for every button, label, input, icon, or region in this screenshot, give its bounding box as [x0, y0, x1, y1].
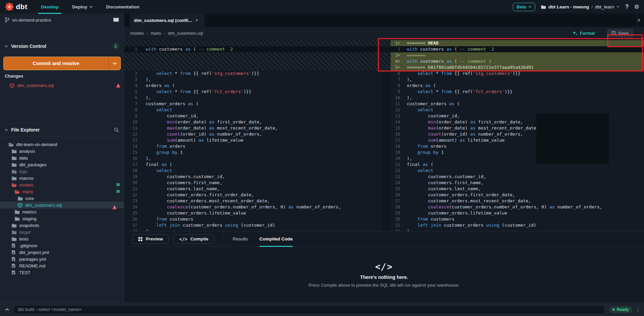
code-line: 7),: [391, 77, 644, 83]
tab-compiled-code[interactable]: Compiled Code: [259, 231, 293, 247]
save-button[interactable]: Save: [607, 29, 633, 38]
code-line: 25 customers.last_name,: [391, 186, 644, 192]
code-line: 31 left join customer_orders using (cust…: [391, 222, 644, 228]
tree-item-staging[interactable]: staging: [0, 215, 124, 222]
file-icon: [11, 270, 17, 275]
chevron-down-icon: [528, 6, 532, 8]
nav-develop[interactable]: Develop: [41, 4, 59, 9]
ready-label: Ready: [617, 307, 629, 312]
code-line: 11customer_orders as (: [391, 101, 644, 107]
environment-name: dbt_learn: [595, 4, 614, 9]
code-line: 13 sum(amount) as lifetime_value: [124, 137, 382, 143]
model-cube-icon: [9, 83, 15, 88]
help-icon[interactable]: ?: [625, 3, 628, 10]
empty-state-subtitle: Press Compile above to preview the SQL d…: [308, 283, 459, 288]
tree-item-analysis[interactable]: analysis: [0, 148, 124, 154]
code-line: 9 select * from {{ ref('fct_orders')}}: [391, 89, 644, 95]
tree-item-metrics[interactable]: metrics: [0, 208, 124, 215]
tree-item-core[interactable]: core: [0, 195, 124, 202]
file-icon: [11, 263, 17, 268]
search-icon[interactable]: [114, 127, 119, 133]
compile-button[interactable]: </> Compile: [173, 234, 214, 244]
tree-item-test[interactable]: TEST: [0, 269, 124, 276]
chevron-down-icon: [89, 6, 93, 8]
dbt-command-input[interactable]: [13, 305, 605, 314]
expand-command-bar-icon[interactable]: [3, 306, 11, 313]
editor-pane-working[interactable]: 1with customers as ( -- comment 22 selec…: [124, 39, 382, 231]
git-branch-icon: [5, 17, 9, 23]
file-explorer-header[interactable]: File Explorer: [0, 123, 124, 137]
tree-item-label: README.md: [19, 263, 45, 268]
modified-badge: M: [116, 189, 120, 194]
tree-item-label: marts: [22, 189, 33, 194]
tree-item-label: core: [25, 196, 34, 201]
code-line: 21 customers.last_name,: [124, 186, 382, 192]
code-icon: </>: [179, 236, 187, 242]
format-button[interactable]: Format: [572, 31, 595, 36]
tree-item-label: metrics: [22, 209, 36, 214]
nav-documentation[interactable]: Documentation: [106, 4, 139, 9]
tree-item-marts[interactable]: martsM: [0, 188, 124, 195]
tree-item-dbt-packages[interactable]: dbt_packages: [0, 161, 124, 168]
tab-dim-customers[interactable]: dim_customers.sql (confli... ×: [130, 13, 205, 27]
code-line: 25 customer_orders.lifetime_value: [124, 210, 382, 216]
chevron-down-icon: [113, 62, 117, 65]
tree-item-tests[interactable]: tests: [0, 235, 124, 242]
tree-item-dbt-learn-on-demand[interactable]: dbt-learn-on-demand: [0, 141, 124, 148]
code-line: 24 coalesce(customer_orders.number_of_or…: [124, 204, 382, 210]
tree-item-target[interactable]: target: [0, 229, 124, 235]
tree-item-label: staging: [22, 216, 36, 221]
tab-title: dim_customers.sql (confli...: [134, 18, 192, 23]
tree-item-models[interactable]: modelsM: [0, 181, 124, 188]
tree-item-dim-customers-sql[interactable]: dim_customers.sql: [0, 202, 124, 208]
command-bar: Ready ⋮: [0, 303, 644, 316]
tree-item-logs[interactable]: logs: [0, 168, 124, 175]
code-line: 6 select * from {{ ref('stg_customers')}…: [391, 70, 644, 77]
gear-icon[interactable]: ⚙: [634, 3, 639, 10]
breadcrumb-marts[interactable]: marts: [150, 31, 161, 36]
tree-item-label: dbt_project.yml: [19, 250, 49, 255]
tab-close-icon[interactable]: ×: [195, 18, 198, 23]
save-label: Save: [618, 31, 628, 36]
tab-results[interactable]: Results: [233, 231, 248, 247]
tree-item-snapshots[interactable]: snapshots: [0, 222, 124, 229]
changed-file-row[interactable]: dim_customers.sql: [9, 82, 121, 89]
branch-row[interactable]: on-demand-practice: [0, 13, 124, 27]
commit-dropdown-toggle[interactable]: [108, 57, 120, 70]
project-selector[interactable]: dbt Learn - mwong / dbt_learn: [541, 4, 620, 9]
folder-icon: [11, 236, 17, 241]
dbt-logo[interactable]: dbt: [5, 2, 27, 11]
code-line: 26 customer_orders.first_order_date,: [391, 192, 644, 198]
commit-and-resolve-button[interactable]: Commit and resolve: [3, 57, 121, 70]
nav-deploy[interactable]: Deploy: [72, 4, 93, 9]
format-label: Format: [580, 31, 595, 36]
empty-state-title: There's nothing here.: [360, 275, 408, 280]
tree-item-dbt-project-yml[interactable]: dbt_project.yml: [0, 249, 124, 256]
folder-icon: [541, 5, 546, 9]
breadcrumb-models[interactable]: models: [130, 31, 144, 36]
folder-icon: [11, 230, 17, 234]
tree-item--gitignore[interactable]: .gitignore: [0, 242, 124, 249]
breadcrumb-file[interactable]: dim_customers.sql: [168, 31, 203, 36]
chevron-down-icon: [5, 129, 8, 131]
tree-item-readme-md[interactable]: README.md: [0, 262, 124, 269]
code-line: 2with customers as ( -- comment 2: [391, 46, 644, 52]
modified-badge: M: [116, 182, 120, 187]
code-line: 3),: [124, 77, 382, 83]
changes-count-badge: 1: [112, 43, 119, 50]
tree-item-packages-yml[interactable]: packages.yml: [0, 256, 124, 262]
tree-item-macros[interactable]: macros: [0, 175, 124, 181]
folder-icon: [11, 223, 17, 228]
collapsed-diff-region: [124, 40, 382, 46]
code-line: 4+with customers as ( -- comment 1: [391, 58, 644, 64]
code-line: 27 left join customer_orders using (cust…: [124, 222, 382, 228]
preview-button[interactable]: Preview: [132, 234, 169, 244]
kebab-menu-icon[interactable]: ⋮: [636, 307, 641, 313]
code-line: 28): [124, 228, 382, 231]
tree-item-data[interactable]: data: [0, 154, 124, 161]
beta-toggle[interactable]: Beta: [513, 3, 535, 11]
docs-book-icon[interactable]: [113, 18, 119, 22]
path-separator: /: [591, 4, 593, 9]
chevron-down-icon: [5, 45, 8, 47]
version-control-header[interactable]: Version Control 1: [0, 40, 124, 52]
